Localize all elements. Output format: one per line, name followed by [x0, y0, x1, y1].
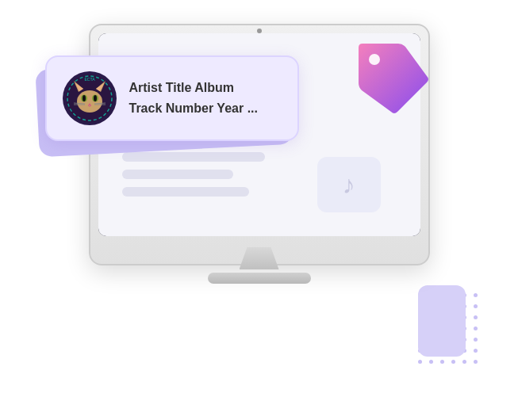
- music-icon-container: ♪: [317, 157, 381, 212]
- blob-decoration: [418, 285, 466, 357]
- music-note-icon: ♪: [343, 170, 355, 200]
- svg-text:ECTA: ECTA: [84, 77, 95, 82]
- screen-line-2: [122, 170, 233, 179]
- svg-point-2: [77, 90, 102, 113]
- card-row-1: Artist Title Album: [129, 78, 282, 98]
- screen-line-3: [122, 187, 249, 197]
- svg-point-10: [94, 95, 97, 101]
- svg-point-0: [369, 54, 380, 65]
- card-row-2: Track Number Year ...: [129, 98, 282, 119]
- avatar: ECTA: [63, 71, 117, 125]
- screen-lines: [122, 152, 281, 204]
- monitor-stand-base: [208, 273, 311, 284]
- price-tag-icon: [355, 40, 442, 119]
- svg-point-9: [82, 95, 86, 101]
- card-text: Artist Title Album Track Number Year ...: [129, 78, 282, 118]
- scene: const grid = document.currentScript.pare…: [29, 16, 489, 404]
- screen-line-1: [122, 152, 265, 162]
- info-card: ECTA Artist Title Album Track Number Yea…: [45, 55, 299, 141]
